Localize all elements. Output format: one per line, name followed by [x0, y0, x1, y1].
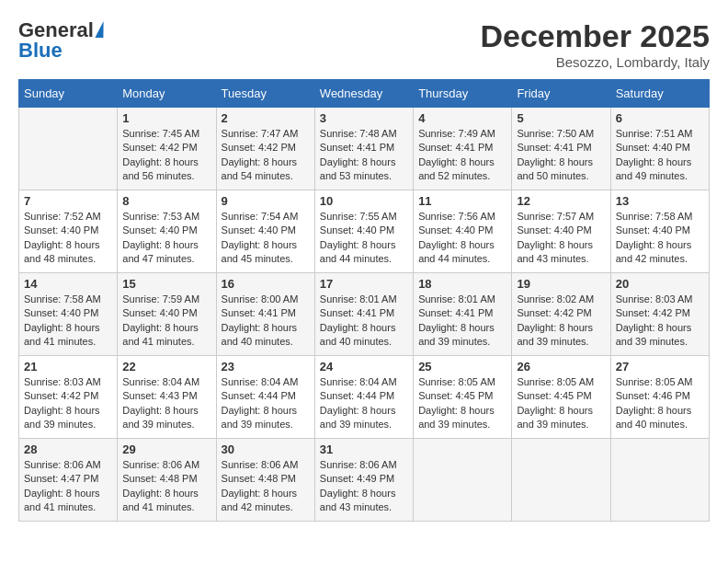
sunrise-text: Sunrise: 7:49 AM [418, 127, 506, 141]
day-info: Sunrise: 8:04 AMSunset: 4:43 PMDaylight:… [122, 375, 210, 432]
day-cell: 26Sunrise: 8:05 AMSunset: 4:45 PMDayligh… [512, 356, 610, 439]
header-saturday: Saturday [610, 80, 709, 108]
day-number: 8 [122, 194, 210, 208]
sunrise-text: Sunrise: 7:59 AM [122, 293, 210, 306]
logo: General Blue [18, 18, 105, 63]
week-row-5: 28Sunrise: 8:06 AMSunset: 4:47 PMDayligh… [19, 439, 710, 522]
day-cell: 5Sunrise: 7:50 AMSunset: 4:41 PMDaylight… [512, 108, 610, 190]
sunrise-text: Sunrise: 8:06 AM [122, 458, 210, 472]
sunset-text: Sunset: 4:48 PM [222, 472, 310, 486]
sunrise-text: Sunrise: 7:56 AM [418, 210, 506, 224]
day-number: 14 [24, 277, 112, 291]
day-info: Sunrise: 7:58 AMSunset: 4:40 PMDaylight:… [24, 293, 112, 350]
daylight-text: Daylight: 8 hours and 44 minutes. [418, 238, 506, 267]
sunset-text: Sunset: 4:40 PM [222, 224, 310, 237]
day-number: 1 [122, 111, 210, 125]
daylight-text: Daylight: 8 hours and 41 minutes. [122, 321, 210, 350]
sunset-text: Sunset: 4:40 PM [517, 224, 605, 237]
sunrise-text: Sunrise: 8:00 AM [222, 293, 310, 306]
day-info: Sunrise: 7:58 AMSunset: 4:40 PMDaylight:… [616, 210, 704, 267]
sunrise-text: Sunrise: 8:01 AM [320, 293, 408, 306]
daylight-text: Daylight: 8 hours and 39 minutes. [517, 404, 605, 432]
header-wednesday: Wednesday [314, 80, 413, 108]
daylight-text: Daylight: 8 hours and 39 minutes. [24, 404, 112, 432]
sunset-text: Sunset: 4:45 PM [418, 389, 506, 403]
sunset-text: Sunset: 4:44 PM [320, 389, 408, 403]
day-cell: 15Sunrise: 7:59 AMSunset: 4:40 PMDayligh… [118, 273, 216, 356]
daylight-text: Daylight: 8 hours and 44 minutes. [320, 238, 408, 267]
day-info: Sunrise: 7:47 AMSunset: 4:42 PMDaylight:… [222, 127, 310, 184]
sunrise-text: Sunrise: 8:02 AM [517, 293, 605, 306]
sunset-text: Sunset: 4:40 PM [320, 224, 408, 237]
daylight-text: Daylight: 8 hours and 45 minutes. [222, 238, 310, 267]
sunset-text: Sunset: 4:44 PM [222, 389, 310, 403]
day-number: 3 [320, 111, 408, 125]
day-cell: 12Sunrise: 7:57 AMSunset: 4:40 PMDayligh… [512, 190, 610, 273]
sunrise-text: Sunrise: 7:48 AM [320, 127, 408, 141]
sunset-text: Sunset: 4:40 PM [616, 224, 704, 237]
header-monday: Monday [118, 80, 216, 108]
sunrise-text: Sunrise: 7:47 AM [222, 127, 310, 141]
day-number: 22 [122, 360, 210, 373]
day-number: 16 [222, 277, 310, 291]
sunrise-text: Sunrise: 7:53 AM [122, 210, 210, 224]
day-info: Sunrise: 8:01 AMSunset: 4:41 PMDaylight:… [320, 293, 408, 350]
sunrise-text: Sunrise: 7:54 AM [222, 210, 310, 224]
week-row-2: 7Sunrise: 7:52 AMSunset: 4:40 PMDaylight… [19, 190, 710, 273]
sunset-text: Sunset: 4:48 PM [122, 472, 210, 486]
day-cell: 1Sunrise: 7:45 AMSunset: 4:42 PMDaylight… [118, 108, 216, 190]
header-tuesday: Tuesday [216, 80, 314, 108]
day-info: Sunrise: 8:06 AMSunset: 4:47 PMDaylight:… [24, 458, 112, 515]
day-info: Sunrise: 7:53 AMSunset: 4:40 PMDaylight:… [122, 210, 210, 267]
day-number: 10 [320, 194, 408, 208]
daylight-text: Daylight: 8 hours and 42 minutes. [616, 238, 704, 267]
daylight-text: Daylight: 8 hours and 50 minutes. [517, 155, 605, 184]
day-cell: 9Sunrise: 7:54 AMSunset: 4:40 PMDaylight… [216, 190, 314, 273]
sunset-text: Sunset: 4:40 PM [122, 306, 210, 320]
day-cell: 7Sunrise: 7:52 AMSunset: 4:40 PMDaylight… [19, 190, 118, 273]
day-info: Sunrise: 8:05 AMSunset: 4:45 PMDaylight:… [418, 375, 506, 432]
daylight-text: Daylight: 8 hours and 54 minutes. [222, 155, 310, 184]
day-info: Sunrise: 7:52 AMSunset: 4:40 PMDaylight:… [24, 210, 112, 267]
day-info: Sunrise: 8:00 AMSunset: 4:41 PMDaylight:… [222, 293, 310, 350]
day-number: 24 [320, 360, 408, 373]
day-number: 5 [517, 111, 605, 125]
day-number: 25 [418, 360, 506, 373]
day-number: 26 [517, 360, 605, 373]
sunset-text: Sunset: 4:40 PM [24, 306, 112, 320]
day-cell: 24Sunrise: 8:04 AMSunset: 4:44 PMDayligh… [314, 356, 413, 439]
day-number: 30 [222, 442, 310, 456]
sunset-text: Sunset: 4:46 PM [616, 389, 704, 403]
day-cell: 6Sunrise: 7:51 AMSunset: 4:40 PMDaylight… [610, 108, 709, 190]
sunset-text: Sunset: 4:47 PM [24, 472, 112, 486]
day-info: Sunrise: 8:06 AMSunset: 4:48 PMDaylight:… [122, 458, 210, 515]
daylight-text: Daylight: 8 hours and 49 minutes. [616, 155, 704, 184]
day-cell: 22Sunrise: 8:04 AMSunset: 4:43 PMDayligh… [118, 356, 216, 439]
day-info: Sunrise: 8:05 AMSunset: 4:46 PMDaylight:… [616, 375, 704, 432]
sunrise-text: Sunrise: 7:51 AM [616, 127, 704, 141]
day-cell: 31Sunrise: 8:06 AMSunset: 4:49 PMDayligh… [314, 439, 413, 522]
day-info: Sunrise: 7:59 AMSunset: 4:40 PMDaylight:… [122, 293, 210, 350]
daylight-text: Daylight: 8 hours and 39 minutes. [122, 404, 210, 432]
sunrise-text: Sunrise: 8:03 AM [616, 293, 704, 306]
sunrise-text: Sunrise: 7:58 AM [24, 293, 112, 306]
day-cell: 29Sunrise: 8:06 AMSunset: 4:48 PMDayligh… [118, 439, 216, 522]
daylight-text: Daylight: 8 hours and 39 minutes. [517, 321, 605, 350]
header-friday: Friday [512, 80, 610, 108]
day-cell: 13Sunrise: 7:58 AMSunset: 4:40 PMDayligh… [610, 190, 709, 273]
daylight-text: Daylight: 8 hours and 53 minutes. [320, 155, 408, 184]
sunrise-text: Sunrise: 7:57 AM [517, 210, 605, 224]
month-title: December 2025 [480, 18, 710, 54]
day-number: 2 [222, 111, 310, 125]
daylight-text: Daylight: 8 hours and 39 minutes. [616, 321, 704, 350]
sunset-text: Sunset: 4:42 PM [222, 141, 310, 155]
sunrise-text: Sunrise: 8:05 AM [517, 375, 605, 389]
day-cell: 30Sunrise: 8:06 AMSunset: 4:48 PMDayligh… [216, 439, 314, 522]
sunset-text: Sunset: 4:43 PM [122, 389, 210, 403]
daylight-text: Daylight: 8 hours and 39 minutes. [418, 321, 506, 350]
day-info: Sunrise: 8:05 AMSunset: 4:45 PMDaylight:… [517, 375, 605, 432]
day-info: Sunrise: 7:57 AMSunset: 4:40 PMDaylight:… [517, 210, 605, 267]
sunrise-text: Sunrise: 8:04 AM [122, 375, 210, 389]
sunrise-text: Sunrise: 7:55 AM [320, 210, 408, 224]
day-cell [414, 439, 512, 522]
